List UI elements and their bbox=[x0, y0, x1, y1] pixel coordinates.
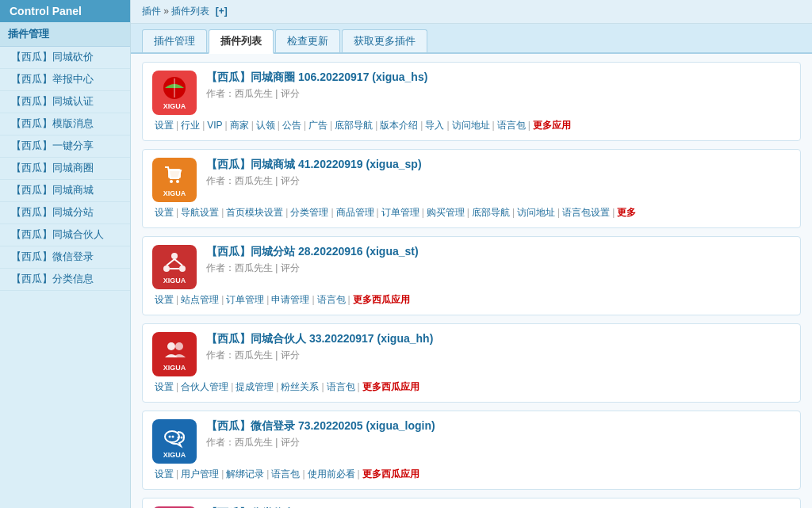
svg-line-8 bbox=[167, 259, 174, 265]
plugin-action-link[interactable]: 分类管理 bbox=[290, 207, 328, 218]
plugin-more-link[interactable]: 更多 bbox=[617, 207, 636, 218]
plugin-actions: 设置|站点管理|订单管理|申请管理|语言包|更多西瓜应用 bbox=[152, 293, 791, 307]
plugin-name: 【西瓜】同城商城 41.20220919 (xigua_sp) bbox=[206, 158, 791, 172]
main-content: 插件 » 插件列表 [+] 插件管理插件列表检查更新获取更多插件 XIGUA 【… bbox=[131, 0, 812, 508]
plugin-top: XIGUA 【西瓜】同城商城 41.20220919 (xigua_sp) 作者… bbox=[152, 158, 791, 202]
plugin-more-link[interactable]: 更多应用 bbox=[533, 120, 571, 131]
sidebar-item[interactable]: 【西瓜】同城认证 bbox=[0, 91, 130, 113]
plugin-name: 【西瓜】同城分站 28.20220916 (xigua_st) bbox=[206, 245, 791, 259]
plugin-action-link[interactable]: 导入 bbox=[425, 120, 444, 131]
plugin-author: 作者：西瓜先生 | 评分 bbox=[206, 349, 791, 362]
sidebar-item[interactable]: 【西瓜】微信登录 bbox=[0, 246, 130, 269]
plugin-info: 【西瓜】同城合伙人 33.20220917 (xigua_hh) 作者：西瓜先生… bbox=[206, 332, 791, 362]
plugin-action-link[interactable]: 行业 bbox=[181, 120, 200, 131]
breadcrumb-add[interactable]: [+] bbox=[216, 6, 228, 17]
tabs-bar: 插件管理插件列表检查更新获取更多插件 bbox=[131, 24, 812, 54]
plugin-action-link[interactable]: 语言包设置 bbox=[562, 207, 610, 218]
sidebar-item[interactable]: 【西瓜】同城商城 bbox=[0, 180, 130, 202]
breadcrumb-list-link[interactable]: 插件列表 bbox=[171, 6, 209, 17]
sidebar-items-container: 【西瓜】同城砍价【西瓜】举报中心【西瓜】同城认证【西瓜】模版消息【西瓜】一键分享… bbox=[0, 47, 130, 291]
plugin-name-link[interactable]: 【西瓜】同城商城 41.20220919 (xigua_sp) bbox=[206, 158, 422, 170]
plugin-action-link[interactable]: 设置 bbox=[155, 468, 174, 479]
tab-检查更新[interactable]: 检查更新 bbox=[275, 29, 340, 52]
sidebar-item[interactable]: 【西瓜】一键分享 bbox=[0, 136, 130, 158]
svg-point-14 bbox=[169, 436, 171, 438]
plugin-action-link[interactable]: 使用前必看 bbox=[308, 468, 355, 479]
svg-point-17 bbox=[181, 437, 183, 439]
plugin-action-link[interactable]: 访问地址 bbox=[517, 207, 555, 218]
plugin-top: XIGUA 【西瓜】同城合伙人 33.20220917 (xigua_hh) 作… bbox=[152, 332, 791, 376]
plugin-action-link[interactable]: 语言包 bbox=[271, 468, 300, 479]
plugin-actions: 设置|导航设置|首页模块设置|分类管理|商品管理|订单管理|购买管理|底部导航|… bbox=[152, 206, 791, 220]
plugin-action-link[interactable]: 用户管理 bbox=[181, 468, 219, 479]
plugin-more-link[interactable]: 更多西瓜应用 bbox=[353, 294, 410, 305]
plugin-author: 作者：西瓜先生 | 评分 bbox=[206, 87, 791, 101]
plugin-more-link[interactable]: 更多西瓜应用 bbox=[362, 381, 419, 392]
svg-point-3 bbox=[170, 180, 173, 183]
plugin-action-link[interactable]: 版本介绍 bbox=[380, 120, 418, 131]
plugin-name-link[interactable]: 【西瓜】同城商圈 106.20220917 (xigua_hs) bbox=[206, 71, 427, 83]
sidebar-item[interactable]: 【西瓜】同城砍价 bbox=[0, 47, 130, 69]
plugin-action-link[interactable]: 广告 bbox=[308, 120, 327, 131]
plugin-action-link[interactable]: 商品管理 bbox=[336, 207, 374, 218]
plugin-action-link[interactable]: 合伙人管理 bbox=[181, 381, 228, 392]
plugin-action-link[interactable]: 提成管理 bbox=[236, 381, 274, 392]
plugin-action-link[interactable]: 语言包 bbox=[317, 294, 346, 305]
plugin-action-link[interactable]: 认领 bbox=[256, 120, 275, 131]
plugin-actions: 设置|合伙人管理|提成管理|粉丝关系|语言包|更多西瓜应用 bbox=[152, 380, 791, 394]
sidebar-item[interactable]: 【西瓜】举报中心 bbox=[0, 69, 130, 91]
plugin-action-link[interactable]: 首页模块设置 bbox=[226, 207, 283, 218]
plugin-name: 【西瓜】同城商圈 106.20220917 (xigua_hs) bbox=[206, 71, 791, 85]
plugin-author: 作者：西瓜先生 | 评分 bbox=[206, 436, 791, 449]
plugin-action-link[interactable]: 站点管理 bbox=[181, 294, 219, 305]
svg-point-7 bbox=[179, 265, 186, 272]
plugin-action-link[interactable]: 申请管理 bbox=[271, 294, 309, 305]
plugin-info: 【西瓜】微信登录 73.20220205 (xigua_login) 作者：西瓜… bbox=[206, 419, 791, 449]
sidebar-item[interactable]: 【西瓜】同城分站 bbox=[0, 202, 130, 224]
plugin-action-link[interactable]: 订单管理 bbox=[226, 294, 264, 305]
plugin-top: XIGUA 【西瓜】微信登录 73.20220205 (xigua_login)… bbox=[152, 419, 791, 464]
svg-point-16 bbox=[178, 437, 180, 439]
plugin-author: 作者：西瓜先生 | 评分 bbox=[206, 174, 791, 188]
plugin-action-link[interactable]: 商家 bbox=[230, 120, 249, 131]
plugin-name-link[interactable]: 【西瓜】同城合伙人 33.20220917 (xigua_hh) bbox=[206, 332, 433, 345]
plugin-item-0: XIGUA 【西瓜】同城商圈 106.20220917 (xigua_hs) 作… bbox=[142, 62, 801, 141]
plugin-more-link[interactable]: 更多西瓜应用 bbox=[362, 468, 419, 479]
plugin-action-link[interactable]: 底部导航 bbox=[335, 120, 373, 131]
plugin-name-link[interactable]: 【西瓜】微信登录 73.20220205 (xigua_login) bbox=[206, 419, 435, 432]
plugin-name-link[interactable]: 【西瓜】同城分站 28.20220916 (xigua_st) bbox=[206, 245, 419, 258]
plugin-item-2: XIGUA 【西瓜】同城分站 28.20220916 (xigua_st) 作者… bbox=[142, 236, 801, 315]
svg-point-4 bbox=[176, 180, 179, 183]
plugin-action-link[interactable]: 底部导航 bbox=[472, 207, 510, 218]
tab-获取更多插件[interactable]: 获取更多插件 bbox=[342, 29, 427, 52]
plugin-action-link[interactable]: 解绑记录 bbox=[226, 468, 264, 479]
plugin-author: 作者：西瓜先生 | 评分 bbox=[206, 262, 791, 275]
sidebar-item[interactable]: 【西瓜】同城合伙人 bbox=[0, 224, 130, 246]
plugin-action-link[interactable]: 粉丝关系 bbox=[281, 381, 319, 392]
plugin-action-link[interactable]: 购买管理 bbox=[427, 207, 465, 218]
breadcrumb: 插件 » 插件列表 [+] bbox=[131, 0, 812, 24]
plugin-action-link[interactable]: 设置 bbox=[155, 207, 174, 218]
plugin-action-link[interactable]: 订单管理 bbox=[381, 207, 419, 218]
plugin-action-link[interactable]: 语言包 bbox=[497, 120, 526, 131]
svg-line-9 bbox=[174, 259, 182, 265]
plugin-top: XIGUA 【西瓜】同城商圈 106.20220917 (xigua_hs) 作… bbox=[152, 71, 791, 115]
tab-插件管理[interactable]: 插件管理 bbox=[142, 29, 207, 52]
plugin-action-link[interactable]: 设置 bbox=[155, 381, 174, 392]
svg-point-5 bbox=[171, 253, 178, 259]
sidebar-item[interactable]: 【西瓜】分类信息 bbox=[0, 269, 130, 291]
plugin-action-link[interactable]: 导航设置 bbox=[181, 207, 219, 218]
plugin-action-link[interactable]: 设置 bbox=[155, 294, 174, 305]
plugin-action-link[interactable]: 语言包 bbox=[327, 381, 355, 392]
plugin-info: 【西瓜】同城商城 41.20220919 (xigua_sp) 作者：西瓜先生 … bbox=[206, 158, 791, 188]
plugin-name: 【西瓜】微信登录 73.20220205 (xigua_login) bbox=[206, 419, 791, 434]
plugin-action-link[interactable]: 访问地址 bbox=[452, 120, 490, 131]
plugin-actions: 设置|行业|VIP|商家|认领|公告|广告|底部导航|版本介绍|导入|访问地址|… bbox=[152, 119, 791, 132]
sidebar-item[interactable]: 【西瓜】模版消息 bbox=[0, 113, 130, 136]
breadcrumb-plugin-link[interactable]: 插件 bbox=[142, 6, 161, 17]
plugin-action-link[interactable]: 公告 bbox=[282, 120, 301, 131]
plugin-action-link[interactable]: 设置 bbox=[155, 120, 174, 131]
tab-插件列表[interactable]: 插件列表 bbox=[209, 29, 274, 54]
plugin-action-link[interactable]: VIP bbox=[207, 120, 222, 131]
sidebar-item[interactable]: 【西瓜】同城商圈 bbox=[0, 158, 130, 180]
